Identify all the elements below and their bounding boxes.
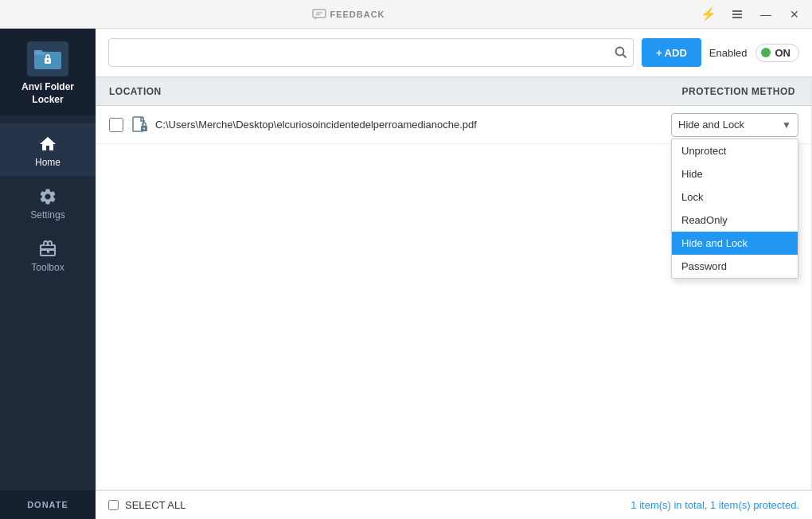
- chat-icon: [312, 9, 326, 20]
- home-icon: [38, 135, 57, 154]
- select-all-checkbox[interactable]: [108, 500, 119, 510]
- dropdown-item-unprotect[interactable]: Unprotect: [672, 139, 798, 162]
- donate-button[interactable]: DONATE: [0, 490, 96, 519]
- search-area: [108, 38, 634, 67]
- footer: SELECT ALL 1 item(s) in total, 1 item(s)…: [96, 490, 812, 519]
- svg-point-16: [143, 127, 145, 129]
- content-area: + ADD Enabled ON LOCATION PROTECTION MET…: [96, 29, 812, 519]
- minimize-btn[interactable]: —: [755, 5, 777, 24]
- main-wrapper: Anvi Folder Locker Home Settings: [0, 29, 812, 519]
- settings-icon: [38, 187, 57, 206]
- select-all-label: SELECT ALL: [125, 499, 185, 511]
- col-location-header: LOCATION: [109, 86, 639, 97]
- dropdown-item-hide-and-lock[interactable]: Hide and Lock: [672, 232, 798, 255]
- svg-point-12: [615, 48, 623, 56]
- toggle-switch[interactable]: ON: [755, 44, 800, 62]
- svg-point-11: [47, 60, 49, 61]
- dropdown-menu: Unprotect Hide Lock ReadOnly Hide and Lo…: [671, 139, 798, 279]
- sidebar: Anvi Folder Locker Home Settings: [0, 29, 96, 519]
- titlebar: FEEDBACK ⚡ — ✕: [0, 0, 812, 29]
- footer-left: SELECT ALL: [108, 499, 185, 511]
- hamburger-icon: [732, 10, 743, 19]
- donate-label: DONATE: [27, 500, 68, 509]
- svg-line-13: [623, 55, 626, 58]
- sidebar-label-settings: Settings: [30, 209, 64, 220]
- logo-icon: [27, 41, 68, 76]
- search-input[interactable]: [108, 38, 634, 67]
- footer-status: 1 item(s) in total, 1 item(s) protected.: [630, 499, 799, 511]
- svg-rect-0: [313, 10, 326, 18]
- close-btn[interactable]: ✕: [783, 5, 806, 24]
- sidebar-item-home[interactable]: Home: [0, 123, 96, 176]
- sidebar-label-home: Home: [35, 157, 61, 168]
- toggle-dot: [761, 48, 771, 57]
- app-name: Anvi Folder Locker: [21, 81, 74, 106]
- search-button[interactable]: [615, 46, 627, 59]
- method-dropdown-wrapper: Hide and Lock ▼ Unprotect Hide Lock Read…: [671, 113, 798, 137]
- toggle-text: ON: [775, 47, 791, 59]
- search-icon: [615, 46, 627, 59]
- file-path: C:\Users\Merche\Desktop\elcuriosoinciden…: [155, 119, 671, 131]
- file-icon: [131, 116, 149, 134]
- folder-lock-icon: [33, 47, 62, 71]
- sidebar-item-settings[interactable]: Settings: [0, 176, 96, 228]
- svg-rect-9: [34, 50, 42, 54]
- sidebar-nav: Home Settings Toolbox: [0, 115, 96, 490]
- table-body: C:\Users\Merche\Desktop\elcuriosoinciden…: [96, 106, 811, 490]
- toolbox-icon: [38, 240, 57, 259]
- sidebar-item-toolbox[interactable]: Toolbox: [0, 228, 96, 281]
- dropdown-item-password[interactable]: Password: [672, 255, 798, 278]
- dropdown-item-lock[interactable]: Lock: [672, 185, 798, 209]
- selected-method: Hide and Lock: [678, 119, 744, 131]
- sidebar-label-toolbox: Toolbox: [31, 262, 64, 273]
- dropdown-item-readonly[interactable]: ReadOnly: [672, 209, 798, 232]
- table-header: LOCATION PROTECTION METHOD: [96, 78, 811, 106]
- pdf-icon: [132, 116, 148, 134]
- col-method-header: PROTECTION METHOD: [639, 86, 798, 97]
- table-row: C:\Users\Merche\Desktop\elcuriosoinciden…: [96, 106, 811, 144]
- enabled-label: Enabled: [709, 47, 748, 59]
- feedback-area: FEEDBACK: [312, 9, 385, 20]
- add-label: + ADD: [656, 47, 687, 59]
- lightning-btn[interactable]: ⚡: [697, 5, 720, 24]
- dropdown-item-hide[interactable]: Hide: [672, 162, 798, 185]
- add-button[interactable]: + ADD: [642, 38, 701, 67]
- row-checkbox[interactable]: [109, 118, 123, 132]
- sidebar-logo: Anvi Folder Locker: [0, 29, 96, 115]
- menu-btn[interactable]: [726, 5, 748, 24]
- method-select[interactable]: Hide and Lock ▼: [671, 113, 798, 137]
- dropdown-arrow-icon: ▼: [782, 119, 791, 131]
- table-area: LOCATION PROTECTION METHOD: [96, 77, 812, 490]
- toolbar: + ADD Enabled ON: [96, 29, 812, 77]
- feedback-label[interactable]: FEEDBACK: [330, 10, 385, 19]
